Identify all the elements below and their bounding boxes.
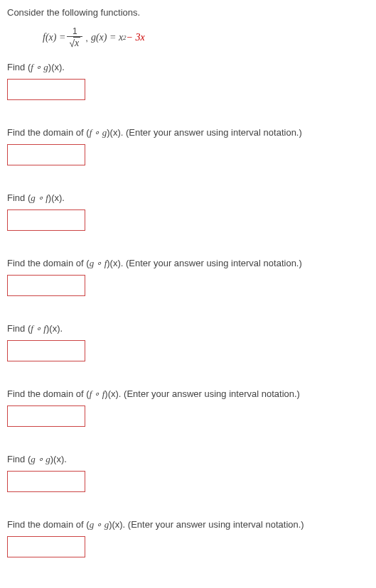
numerator: 1	[70, 26, 80, 36]
prompt-domain-gof: Find the domain of (g ∘ f)(x). (Enter yo…	[7, 258, 369, 269]
answer-input-fof[interactable]	[7, 340, 85, 361]
answer-input-domain-gog[interactable]	[7, 536, 85, 557]
fx-label: f(x) =	[43, 32, 65, 43]
answer-input-gof[interactable]	[7, 209, 85, 231]
minus-3x: − 3x	[127, 32, 145, 43]
prompt-domain-gog: Find the domain of (g ∘ g)(x). (Enter yo…	[7, 519, 369, 530]
prompt-domain-fof: Find the domain of (f ∘ f)(x). (Enter yo…	[7, 388, 369, 400]
prompt-fog: Find (f ∘ g)(x).	[7, 62, 369, 73]
gx-label: g(x) = x	[91, 32, 123, 43]
answer-input-domain-fog[interactable]	[7, 144, 85, 165]
sqrt: √ x	[69, 37, 80, 49]
answer-input-domain-gof[interactable]	[7, 275, 85, 296]
intro-text: Consider the following functions.	[7, 7, 369, 18]
answer-input-domain-fof[interactable]	[7, 405, 85, 427]
fraction: 1 √ x	[67, 26, 82, 49]
prompt-fof: Find (f ∘ f)(x).	[7, 323, 369, 334]
prompt-gog: Find (g ∘ g)(x).	[7, 454, 369, 465]
answer-input-gog[interactable]	[7, 471, 85, 492]
prompt-domain-fog: Find the domain of (f ∘ g)(x). (Enter yo…	[7, 127, 369, 138]
prompt-gof: Find (g ∘ f)(x).	[7, 192, 369, 204]
answer-input-fog[interactable]	[7, 79, 85, 100]
function-definitions: f(x) = 1 √ x , g(x) = x2 − 3x	[43, 26, 369, 49]
